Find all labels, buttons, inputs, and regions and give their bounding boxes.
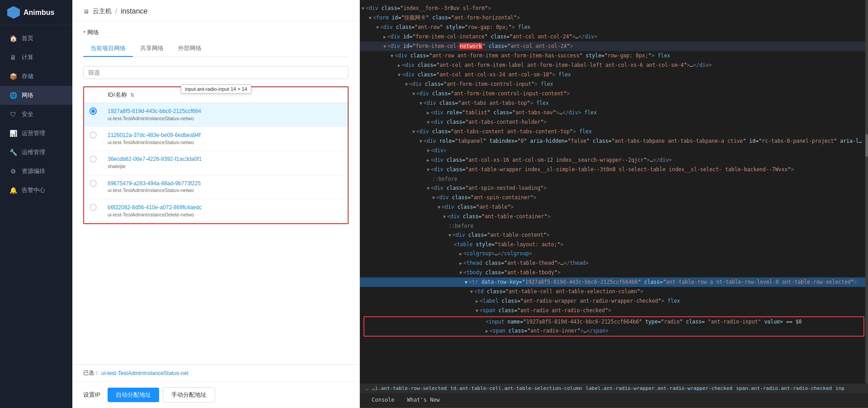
panel-header: 🖥 云主机 / instance xyxy=(72,0,359,21)
code-line: <div class="ant-table-wrapper index__sl-… xyxy=(360,165,868,174)
network-id-1: 1927a8f5-819d-443c-bbc6-2125ccf664 xyxy=(108,108,342,115)
alerts-icon: 🔔 xyxy=(9,186,17,194)
code-line: ::before xyxy=(360,174,868,183)
code-line: <div class="ant-tabs-content-holder"> xyxy=(360,117,868,127)
breadcrumb-item-3[interactable]: label.ant-radio-wrapper.ant-radio-wrappe… xyxy=(586,385,733,391)
devops-icon: 🔧 xyxy=(9,148,17,156)
filter-input[interactable] xyxy=(83,66,349,79)
code-line: <div class="ant-tabs-content ant-tabs-co… xyxy=(360,127,868,136)
code-line: <div class="ant-table-container"> xyxy=(360,212,868,221)
logo-icon xyxy=(7,6,20,19)
tab-shared[interactable]: 共享网络 xyxy=(133,41,171,57)
code-line: <input name="1927a8f5-819d-443c-bbc6-212… xyxy=(364,317,863,326)
radio-cell-5[interactable] xyxy=(84,199,102,223)
code-line: <div class="ant-row" style="row-gap: 0px… xyxy=(360,23,868,32)
network-form-row: * 网络 当前项目网络 共享网络 外部网络 xyxy=(83,28,349,225)
breadcrumb-item-1[interactable]: …).ant-table-row-selected xyxy=(372,385,447,391)
code-line: <thead class="ant-table-thead">…</thead> xyxy=(360,258,868,268)
code-line: <div role="tabpanel" tabindex="0" aria-h… xyxy=(360,136,868,146)
sidebar-item-resources[interactable]: ⚙ 资源编排 xyxy=(0,162,72,181)
sidebar-item-label: 运维管理 xyxy=(22,148,45,156)
input-tooltip: input.ant-radio-input 14 × 14 xyxy=(181,84,251,94)
tab-whats-new[interactable]: What's New xyxy=(401,393,446,408)
radio-cell-2[interactable] xyxy=(84,127,102,151)
compute-icon: 🖥 xyxy=(9,53,17,61)
code-line: <tbody class="ant-table-tbody"> xyxy=(360,268,868,277)
code-line: <table style="table-layout: auto;"> xyxy=(360,240,868,249)
sidebar-item-alerts[interactable]: 🔔 告警中心 xyxy=(0,181,72,200)
code-line: <div> xyxy=(360,146,868,155)
table-row[interactable]: 2126012a-37dc-483e-be09-6edbea94f ui-tes… xyxy=(84,127,348,151)
app-name: Animbus xyxy=(24,9,54,17)
storage-icon: 📦 xyxy=(9,72,17,80)
breadcrumb-item-5[interactable]: inp xyxy=(835,385,844,391)
devtools-tabs: Console What's New xyxy=(360,393,868,408)
table-row[interactable]: b6f22082-8d56-410e-a072-869fc4aedc ui-te… xyxy=(84,199,348,223)
page-title: instance xyxy=(121,7,148,15)
code-line: <div id="form-item-col-instance" class="… xyxy=(360,32,868,42)
sort-icon[interactable]: ⇅ xyxy=(130,92,134,98)
sidebar-item-network[interactable]: 🌐 网络 xyxy=(0,86,72,105)
sidebar-item-label: 运营管理 xyxy=(22,129,45,137)
code-line: <div class="ant-spin-nested-loading"> xyxy=(360,183,868,193)
cell-id-name-1: 1927a8f5-819d-443c-bbc6-2125ccf664 ui-te… xyxy=(102,103,348,127)
radio-cell-1[interactable] xyxy=(84,103,102,127)
sidebar-item-label: 资源编排 xyxy=(22,167,45,175)
network-table: ID/名称 ⇅ xyxy=(84,87,348,223)
cell-id-name-2: 2126012a-37dc-483e-be09-6edbea94f ui-tes… xyxy=(102,127,348,151)
network-sub-5: ui-test-TestAdminInstanceDelete-netwo xyxy=(108,211,342,218)
code-line[interactable]: <tr data-row-key="1927a8f5-819d-443c-bbc… xyxy=(360,277,868,287)
sidebar-item-compute[interactable]: 🖥 计算 xyxy=(0,48,72,67)
tabs-nav: 当前项目网络 共享网络 外部网络 xyxy=(83,40,349,56)
code-line: <div class="ant-table-content"> xyxy=(360,230,868,240)
cell-id-name-4: 89675479-a283-494a-88ad-9b773f225 ui-tes… xyxy=(102,175,348,199)
table-row[interactable]: 89675479-a283-494a-88ad-9b773f225 ui-tes… xyxy=(84,175,348,199)
vm-icon: 🖥 xyxy=(83,8,89,15)
tab-external[interactable]: 外部网络 xyxy=(171,41,209,57)
label-text: 网络 xyxy=(87,28,99,37)
operations-icon: 📊 xyxy=(9,129,17,137)
table-row[interactable]: 36ecdb62-06e7-4226-9392-f1ac3da0f1 shale… xyxy=(84,151,348,175)
sidebar-item-label: 网络 xyxy=(22,91,33,99)
radio-button-4[interactable] xyxy=(90,180,97,187)
ip-action-row: 设置IP 自动分配地址 手动分配地址 xyxy=(72,381,359,408)
breadcrumb-vm: 云主机 xyxy=(93,7,112,15)
code-line: <div class="ant-row ant-form-item ant-fo… xyxy=(360,51,868,61)
auto-assign-btn[interactable]: 自动分配地址 xyxy=(108,388,159,402)
cell-id-name-3: 36ecdb62-06e7-4226-9392-f1ac3da0f1 shale… xyxy=(102,151,348,175)
sidebar-item-operations[interactable]: 📊 运营管理 xyxy=(0,124,72,143)
sidebar-item-devops[interactable]: 🔧 运维管理 xyxy=(0,143,72,162)
breadcrumb-item-2[interactable]: td.ant-table-cell.ant-table-selection-co… xyxy=(450,385,582,391)
breadcrumb-item-4[interactable]: span.ant-radio.ant-radio-checked xyxy=(736,385,832,391)
sidebar-item-home[interactable]: 🏠 首页 xyxy=(0,29,72,48)
tab-console[interactable]: Console xyxy=(365,393,401,408)
network-id-5: b6f22082-8d56-410e-a072-869fc4aedc xyxy=(108,204,342,211)
code-line: <span class="ant-radio-inner">…</span> xyxy=(364,326,863,336)
tab-current-project[interactable]: 当前项目网络 xyxy=(83,41,133,57)
code-line: <div class="ant-tabs ant-tabs-top"> flex xyxy=(360,98,868,108)
code-line: <label class="ant-radio-wrapper ant-radi… xyxy=(360,296,868,306)
radio-cell-4[interactable] xyxy=(84,175,102,199)
radio-button-3[interactable] xyxy=(90,155,97,163)
manual-assign-btn[interactable]: 手动分配地址 xyxy=(163,387,215,403)
sidebar-item-storage[interactable]: 📦 存储 xyxy=(0,67,72,86)
radio-cell-3[interactable] xyxy=(84,151,102,175)
radio-button-2[interactable] xyxy=(90,131,97,139)
table-row[interactable]: 1927a8f5-819d-443c-bbc6-2125ccf664 ui-te… xyxy=(84,103,348,127)
radio-button-1[interactable] xyxy=(90,108,97,115)
network-label: * 网络 xyxy=(83,28,349,37)
code-line: <div role="tablist" class="ant-tabs-nav"… xyxy=(360,108,868,117)
ip-label: 设置IP xyxy=(83,391,100,399)
code-line: <div class="index__form--3rBuv sl-form"> xyxy=(360,4,868,13)
col-select xyxy=(84,87,102,103)
sidebar-item-security[interactable]: 🛡 安全 xyxy=(0,105,72,124)
code-line: <div class="ant-col-xs-16 ant-col-sm-12 … xyxy=(360,155,868,165)
code-line: <div class="ant-spin-container"> xyxy=(360,193,868,202)
network-sub-2: ui-test-TestAdminInstanceStatus-netwo xyxy=(108,139,342,146)
radio-button-5[interactable] xyxy=(90,204,97,211)
network-sub-4: ui-test-TestAdminInstanceStatus-netwo xyxy=(108,187,342,194)
code-line: <div class="ant-col ant-col-xs-24 ant-co… xyxy=(360,70,868,80)
devtools-code[interactable]: <div class="index__form--3rBuv sl-form">… xyxy=(360,0,868,384)
ellipsis-btn[interactable]: … xyxy=(365,385,368,391)
sidebar: Animbus 🏠 首页 🖥 计算 📦 存储 🌐 网络 🛡 安全 📊 运营管理 … xyxy=(0,0,72,408)
